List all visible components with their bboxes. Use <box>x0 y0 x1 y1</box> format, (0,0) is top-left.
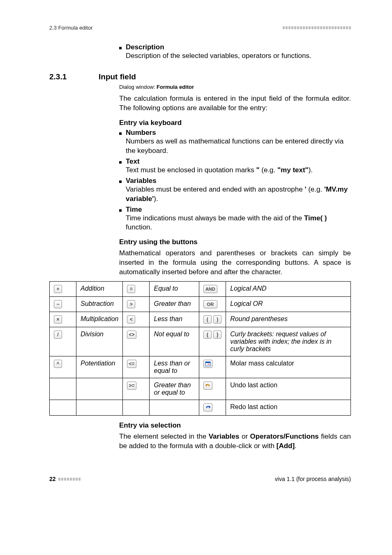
operator-button: <= <box>127 360 136 368</box>
bullet-icon <box>119 161 122 164</box>
bullet-description: Description Description of the selected … <box>119 43 351 61</box>
dialog-strong: Formula editor <box>157 84 194 90</box>
bullet-title: Variables <box>126 177 351 185</box>
op-desc-cell <box>150 400 199 416</box>
operator-button: ^ <box>54 360 62 368</box>
op-icon-cell: × <box>50 312 76 327</box>
op-icon-cell: ^ <box>50 356 76 378</box>
op-icon-cell <box>199 378 226 400</box>
var-mid: (e.g. <box>306 185 324 193</box>
text-prefix: Text must be enclosed in quotation marks <box>126 166 256 174</box>
op-icon-cell: > <box>123 297 150 312</box>
header-section-label: 2.3 Formula editor <box>49 25 93 31</box>
op-icon-cell: − <box>50 297 76 312</box>
footer-right: viva 1.1 (for process analysis) <box>275 476 351 482</box>
sel-prefix: The element selected in the <box>119 432 209 440</box>
time-strong: Time( ) <box>304 214 327 222</box>
svg-rect-1 <box>205 362 210 363</box>
sel-mid1: or <box>239 432 250 440</box>
op-icon-cell <box>199 356 226 378</box>
svg-rect-2 <box>208 364 210 365</box>
op-desc-cell: Equal to <box>150 282 199 297</box>
bullet-variables: Variables Variables must be entered and … <box>119 177 351 204</box>
op-desc-cell <box>76 400 123 416</box>
op-icon-cell: ( ) <box>199 312 226 327</box>
op-desc-cell: Division <box>76 327 123 356</box>
footer-ornament <box>58 478 81 481</box>
op-desc-cell: Less than <box>150 312 199 327</box>
time-suffix: function. <box>126 223 152 231</box>
operator-button: + <box>54 285 62 293</box>
op-icon-cell <box>123 400 150 416</box>
operator-button: ( <box>203 315 212 324</box>
top-bullets: Description Description of the selected … <box>119 43 351 61</box>
op-desc-cell: Addition <box>76 282 123 297</box>
op-icon-cell: >= <box>123 378 150 400</box>
op-icon-cell: < <box>123 312 150 327</box>
time-prefix: Time indications must always be made wit… <box>126 214 304 222</box>
bullet-title: Description <box>126 43 351 51</box>
operator-button: ) <box>213 315 221 324</box>
page-footer: 22 viva 1.1 (for process analysis) <box>49 476 351 482</box>
table-row: /Division<>Not equal to{ }Curly brackets… <box>50 327 351 356</box>
bullet-icon <box>119 132 122 135</box>
section-intro: The calculation formula is entered in th… <box>119 94 351 113</box>
sel-s1: Variables <box>209 432 240 440</box>
operator-button: = <box>127 285 135 293</box>
sel-s3: [Add] <box>277 442 295 450</box>
op-desc-cell: Greater than or equal to <box>150 378 199 400</box>
operator-button: { <box>203 331 212 339</box>
operator-button: OR <box>203 300 217 308</box>
var-prefix: Variables must be entered and ended with… <box>126 185 304 193</box>
section-heading: 2.3.1 Input field <box>49 72 351 81</box>
op-desc-cell <box>76 378 123 400</box>
table-row: +Addition=Equal toANDLogical AND <box>50 282 351 297</box>
table-row: −Subtraction>Greater thanORLogical OR <box>50 297 351 312</box>
sel-suffix: . <box>295 442 297 450</box>
section-title: Input field <box>99 72 136 81</box>
dialog-window-line: Dialog window: Formula editor <box>119 84 351 90</box>
op-desc-cell: Subtraction <box>76 297 123 312</box>
bullet-text: Text Text must be enclosed in quotation … <box>119 157 351 175</box>
text-suffix: ). <box>309 166 313 174</box>
bullet-title: Time <box>126 206 351 214</box>
bullet-icon <box>119 180 122 183</box>
op-icon-cell <box>199 400 226 416</box>
op-icon-cell <box>50 378 76 400</box>
operators-table: +Addition=Equal toANDLogical AND−Subtrac… <box>49 281 351 416</box>
op-icon-cell: / <box>50 327 76 356</box>
op-icon-cell: <> <box>123 327 150 356</box>
bullet-icon <box>119 209 122 212</box>
section-number: 2.3.1 <box>49 72 82 81</box>
undo-icon <box>203 382 212 390</box>
operator-button: <> <box>127 331 136 339</box>
table-row: Redo last action <box>50 400 351 416</box>
operator-button: × <box>54 315 62 324</box>
op-desc-cell: Not equal to <box>150 327 199 356</box>
operator-button: − <box>54 300 62 308</box>
op-desc-cell: Multiplication <box>76 312 123 327</box>
bullet-icon <box>119 47 122 49</box>
operator-button: < <box>127 315 135 324</box>
operator-button: > <box>127 300 135 308</box>
redo-icon <box>203 403 212 412</box>
table-row: ^Potentiation<=Less than or equal toMola… <box>50 356 351 378</box>
bullet-title: Text <box>126 157 351 166</box>
op-desc-cell: Round parentheses <box>226 312 351 327</box>
page-number: 22 <box>49 476 56 482</box>
molar-mass-icon <box>203 360 212 368</box>
bullet-body: Text must be enclosed in quotation marks… <box>126 166 351 175</box>
text-strong: "my text" <box>277 166 309 174</box>
op-desc-cell: Greater than <box>150 297 199 312</box>
op-desc-cell: Logical OR <box>226 297 351 312</box>
bullet-title: Numbers <box>126 129 351 137</box>
bullet-time: Time Time indications must always be mad… <box>119 206 351 233</box>
page-header: 2.3 Formula editor <box>49 25 351 31</box>
op-icon-cell: + <box>50 282 76 297</box>
operator-button: } <box>213 331 221 339</box>
bullet-body: Time indications must always be made wit… <box>126 214 351 233</box>
op-desc-cell: Curly brackets: request values of variab… <box>226 327 351 356</box>
text-q1: " <box>256 166 260 174</box>
op-icon-cell: = <box>123 282 150 297</box>
bullet-body: Variables must be entered and ended with… <box>126 185 351 204</box>
